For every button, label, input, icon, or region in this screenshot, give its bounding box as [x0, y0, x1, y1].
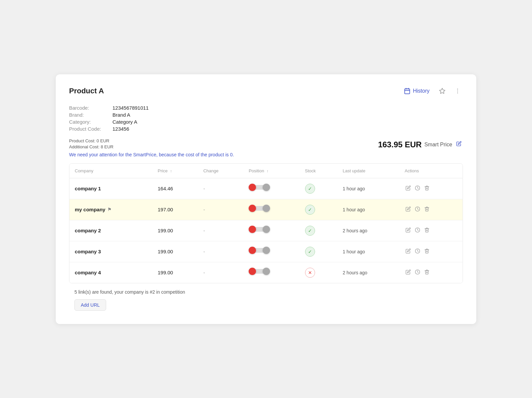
position-slider[interactable] [249, 247, 270, 254]
add-url-button[interactable]: Add URL [74, 299, 106, 311]
company-name: company 4 [75, 270, 147, 275]
actions-cell [400, 199, 463, 220]
position-slider[interactable] [249, 226, 270, 233]
stock-cell: ✕ [300, 262, 337, 283]
slider-thumb-red [249, 184, 256, 191]
position-cell [243, 241, 299, 259]
history-row-button[interactable] [414, 185, 421, 193]
stock-badge: ✓ [305, 184, 315, 194]
change-cell: - [198, 241, 243, 262]
price-cell: 199.00 [153, 241, 198, 262]
edit-smart-price-button[interactable] [455, 140, 463, 149]
edit-row-button[interactable] [405, 227, 412, 235]
actions-cell [400, 220, 463, 241]
position-slider[interactable] [249, 205, 270, 212]
slider-track [249, 206, 270, 211]
position-slider[interactable] [249, 184, 270, 191]
product-cost: Product Cost: 0 EUR [69, 138, 113, 143]
company-name: my company ⚑ [75, 207, 147, 212]
trash-icon [424, 227, 430, 233]
change-cell: - [198, 178, 243, 199]
company-name: company 3 [75, 249, 147, 254]
edit-row-button[interactable] [405, 269, 412, 277]
clock-icon [415, 185, 420, 191]
svg-marker-4 [440, 88, 445, 93]
company-cell: company 1 [69, 178, 153, 199]
col-company: Company [69, 164, 153, 178]
svg-point-5 [457, 88, 458, 89]
company-cell: my company ⚑ [69, 199, 153, 220]
links-summary: 5 link(s) are found, your company is #2 … [69, 289, 463, 295]
history-button[interactable]: History [401, 86, 432, 96]
slider-thumb-gray [263, 184, 270, 191]
slider-thumb-gray [263, 226, 270, 233]
additional-cost: Additional Cost: 8 EUR [69, 144, 113, 149]
table-row: company 2199.00- ✓ 2 hours ago [69, 220, 463, 241]
history-row-button[interactable] [414, 269, 421, 277]
delete-row-button[interactable] [424, 206, 430, 214]
cost-section: Product Cost: 0 EUR Additional Cost: 8 E… [69, 138, 463, 149]
trash-icon [424, 248, 430, 254]
slider-thumb-gray [263, 247, 270, 254]
category-value: Category A [112, 119, 137, 125]
delete-row-button[interactable] [424, 185, 430, 193]
stock-badge: ✕ [305, 268, 315, 278]
company-name: company 1 [75, 186, 147, 191]
stock-badge: ✓ [305, 205, 315, 215]
price-cell: 197.00 [153, 199, 198, 220]
table-row: company 4199.00- ✕ 2 hours ago [69, 262, 463, 283]
pencil-icon [456, 141, 462, 146]
trash-icon [424, 185, 430, 191]
price-cell: 199.00 [153, 262, 198, 283]
slider-track [249, 227, 270, 232]
clock-icon [415, 248, 420, 254]
edit-icon [406, 227, 411, 233]
edit-row-button[interactable] [405, 248, 412, 256]
history-label: History [413, 88, 430, 94]
actions-cell [400, 241, 463, 262]
table-row: my company ⚑197.00- ✓ 1 hour ago [69, 199, 463, 220]
slider-thumb-gray [263, 268, 270, 275]
header-actions: History [401, 86, 463, 96]
barcode-label: Barcode: [69, 105, 112, 111]
clock-icon [415, 206, 420, 212]
brand-row: Brand: Brand A [69, 112, 463, 118]
edit-row-button[interactable] [405, 206, 412, 214]
calendar-icon [404, 88, 411, 94]
position-sort-icon: ↑ [267, 169, 269, 173]
edit-row-button[interactable] [405, 185, 412, 193]
actions-group [405, 206, 457, 214]
last-update-cell: 2 hours ago [337, 262, 400, 283]
product-code-label: Product Code: [69, 126, 112, 132]
history-row-button[interactable] [414, 227, 421, 235]
edit-icon [406, 248, 411, 254]
last-update-cell: 1 hour ago [337, 199, 400, 220]
actions-group [405, 269, 457, 277]
col-stock: Stock [300, 164, 337, 178]
actions-cell [400, 178, 463, 199]
product-card: Product A History [56, 74, 476, 324]
smart-price-label: Smart Price [424, 142, 452, 148]
change-cell: - [198, 262, 243, 283]
product-code-value: 123456 [112, 126, 129, 132]
stock-badge: ✓ [305, 247, 315, 257]
last-update-cell: 1 hour ago [337, 178, 400, 199]
history-row-button[interactable] [414, 206, 421, 214]
category-row: Category: Category A [69, 119, 463, 125]
barcode-row: Barcode: 1234567891011 [69, 105, 463, 111]
table: Company Price ↑ Change Position ↑ Stock … [69, 164, 463, 283]
more-options-button[interactable] [452, 86, 463, 96]
stock-badge: ✓ [305, 226, 315, 236]
actions-group [405, 248, 457, 256]
edit-icon [406, 206, 411, 212]
slider-track [249, 269, 270, 274]
delete-row-button[interactable] [424, 248, 430, 256]
position-slider[interactable] [249, 268, 270, 275]
clock-icon [415, 269, 420, 275]
trash-icon [424, 206, 430, 212]
stock-cell: ✓ [300, 199, 337, 220]
delete-row-button[interactable] [424, 227, 430, 235]
delete-row-button[interactable] [424, 269, 430, 277]
history-row-button[interactable] [414, 248, 421, 256]
star-button[interactable] [437, 86, 448, 96]
